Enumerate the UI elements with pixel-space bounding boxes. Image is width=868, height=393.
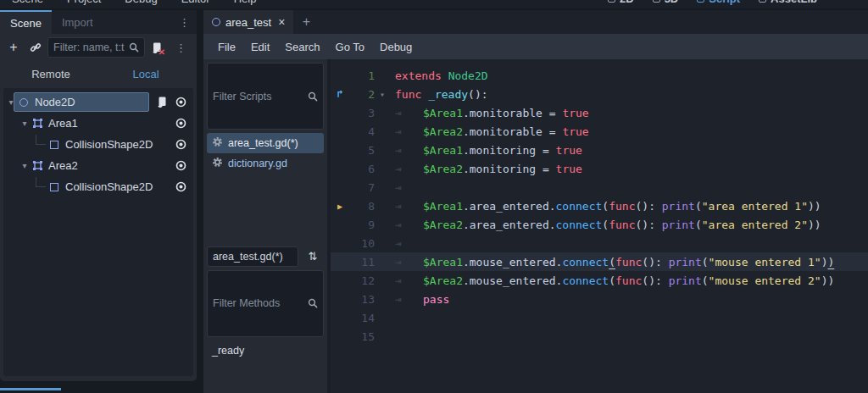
main-menu-debug[interactable]: Debug	[113, 0, 169, 5]
workspace-label: 2D	[620, 0, 634, 5]
tree-node-label: Node2D	[31, 96, 75, 108]
token: true	[556, 144, 582, 157]
fold-arrow-icon[interactable]: ▾	[375, 90, 390, 99]
workspace-button-assetlib[interactable]: AssetLib	[759, 0, 817, 5]
tree-row-area1[interactable]: ▾Area1	[3, 113, 193, 134]
token: .	[463, 107, 470, 119]
token: $Area1	[423, 256, 463, 268]
search-icon	[308, 91, 318, 102]
detach-script-icon[interactable]: ✕	[147, 37, 167, 58]
method-item-_ready[interactable]: _ready	[207, 340, 324, 361]
code-line-7[interactable]: 7⇥	[331, 178, 868, 196]
main-menu-scene[interactable]: Scene	[0, 0, 55, 5]
visibility-toggle-icon[interactable]	[171, 180, 190, 193]
new-scene-tab-button[interactable]: +	[293, 10, 319, 34]
token: .	[463, 219, 470, 231]
token: func	[615, 256, 642, 268]
scene-tree-menu-icon[interactable]: ⋮	[169, 42, 193, 54]
workspace-label: 3D	[665, 0, 679, 5]
token: func	[609, 219, 635, 231]
workspace-button-2d[interactable]: 2D	[608, 0, 634, 5]
tab-marker: ⇥	[395, 181, 423, 194]
code-text: ⇥$Area2.monitorable = true	[390, 125, 589, 138]
token: monitoring	[470, 144, 536, 157]
add-node-button[interactable]: +	[3, 37, 24, 58]
line-number: 5	[349, 144, 375, 157]
code-line-10[interactable]: 10⇥	[331, 234, 868, 252]
tab-import[interactable]: Import	[52, 10, 103, 34]
code-editor[interactable]: 1extends Node2D↱2▾func _ready():3⇥$Area1…	[331, 59, 868, 393]
visibility-toggle-icon[interactable]	[171, 138, 190, 151]
token: extends	[395, 69, 442, 82]
visibility-toggle-icon[interactable]	[171, 96, 190, 108]
instance-scene-icon[interactable]	[25, 37, 46, 58]
visibility-toggle-icon[interactable]	[171, 159, 190, 172]
code-line-2[interactable]: ↱2▾func _ready():	[331, 85, 868, 103]
workspace-button-script[interactable]: Script	[697, 0, 740, 5]
main-menu-project[interactable]: Project	[55, 0, 113, 5]
code-line-9[interactable]: 9⇥$Area2.area_entered.connect(func(): pr…	[331, 215, 868, 234]
gear-icon	[212, 157, 223, 170]
tree-row-collisionshape2d[interactable]: CollisionShape2D	[3, 176, 193, 197]
filter-methods-input[interactable]	[213, 297, 304, 309]
code-lines: 1extends Node2D↱2▾func _ready():3⇥$Area1…	[331, 66, 868, 346]
token: monitorable	[470, 107, 542, 119]
gutter-execution-arrow-icon: ▶	[331, 202, 349, 211]
code-text: func _ready():	[390, 88, 488, 101]
tree-row-area2[interactable]: ▾Area2	[3, 155, 193, 176]
code-line-12[interactable]: 12⇥$Area2.mouse_entered.connect(func(): …	[331, 271, 868, 290]
main-menu-help[interactable]: Help	[222, 0, 269, 5]
token: $Area1	[423, 107, 463, 119]
code-line-8[interactable]: ▶8⇥$Area1.area_entered.connect(func(): p…	[331, 196, 868, 215]
3d-icon	[653, 0, 660, 3]
code-line-5[interactable]: 5⇥$Area1.monitoring = true	[331, 141, 868, 159]
tab-marker: ⇥	[395, 125, 423, 138]
token: mouse_entered	[470, 274, 556, 287]
expander-icon[interactable]: ▾	[5, 97, 17, 107]
visibility-toggle-icon[interactable]	[171, 117, 190, 130]
close-tab-icon[interactable]: ×	[276, 15, 285, 29]
workspace-button-3d[interactable]: 3D	[653, 0, 679, 5]
line-number: 2	[349, 88, 375, 101]
code-line-4[interactable]: 4⇥$Area2.monitorable = true	[331, 122, 868, 141]
remote-button[interactable]: Remote	[3, 63, 98, 85]
main-menu-editor[interactable]: Editor	[170, 0, 222, 5]
script-list-item[interactable]: dictionary.gd	[207, 153, 324, 174]
scene-tab-area-test[interactable]: area_test ×	[203, 10, 293, 34]
code-line-15[interactable]: 15	[331, 327, 868, 346]
gear-icon	[212, 136, 223, 150]
code-line-13[interactable]: 13⇥pass	[331, 290, 868, 308]
tab-scene[interactable]: Scene	[0, 10, 52, 34]
scene-filter-input[interactable]	[53, 42, 125, 53]
token: ))	[808, 200, 821, 213]
expander-icon[interactable]: ▾	[19, 119, 31, 128]
tree-row-collisionshape2d[interactable]: CollisionShape2D	[3, 134, 193, 155]
menu-debug[interactable]: Debug	[372, 41, 420, 53]
token: .	[463, 125, 470, 138]
token: func	[615, 274, 642, 287]
menu-file[interactable]: File	[210, 41, 243, 53]
filter-scripts-input[interactable]	[213, 91, 304, 102]
code-line-14[interactable]: 14	[331, 308, 868, 327]
menu-search[interactable]: Search	[277, 41, 327, 53]
sort-methods-icon[interactable]: ⇅	[302, 246, 324, 267]
script-icon[interactable]	[153, 97, 171, 108]
token: (	[702, 274, 709, 287]
token: ))	[808, 219, 821, 231]
menu-edit[interactable]: Edit	[243, 41, 277, 53]
token: ():	[635, 200, 661, 213]
script-list-item[interactable]: area_test.gd(*)	[207, 133, 324, 153]
token: true	[562, 107, 588, 119]
code-text: ⇥$Area1.monitorable = true	[390, 107, 589, 119]
code-line-1[interactable]: 1extends Node2D	[331, 66, 868, 85]
line-number: 1	[349, 69, 375, 82]
code-line-3[interactable]: 3⇥$Area1.monitorable = true	[331, 103, 868, 122]
code-line-11[interactable]: 11⇥$Area1.mouse_entered.connect(func(): …	[331, 252, 868, 271]
expander-icon[interactable]: ▾	[19, 161, 31, 170]
local-button[interactable]: Local	[98, 63, 193, 85]
menu-go-to[interactable]: Go To	[328, 41, 372, 53]
dock-menu-icon[interactable]: ⋮	[172, 10, 197, 34]
tree-row-node2d[interactable]: ▾Node2D	[3, 91, 193, 113]
bottom-panel-accent-line	[0, 388, 61, 390]
code-line-6[interactable]: 6⇥$Area2.monitoring = true	[331, 159, 868, 178]
